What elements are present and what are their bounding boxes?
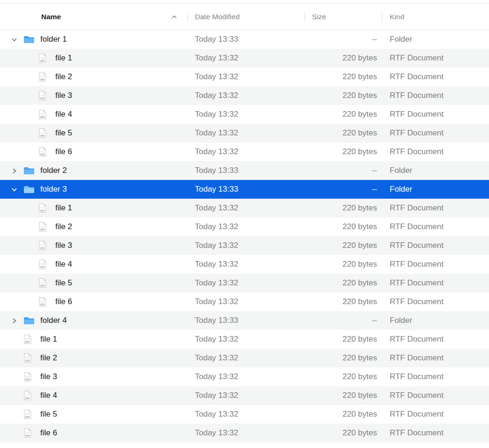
- item-date-modified: Today 13:33: [187, 35, 304, 44]
- disclosure-chevron-down-icon[interactable]: [7, 187, 23, 193]
- folder-icon: [23, 185, 39, 194]
- item-date-modified: Today 13:32: [187, 335, 304, 344]
- item-name: file 1: [55, 53, 72, 63]
- svg-text:RTF: RTF: [40, 266, 44, 269]
- name-cell: folder 2: [0, 166, 187, 175]
- table-row-file[interactable]: RTF file 3 Today 13:32 220 bytes RTF Doc…: [0, 367, 489, 386]
- item-size: 220 bytes: [304, 297, 382, 306]
- item-size: 220 bytes: [304, 241, 382, 250]
- svg-text:RTF: RTF: [40, 135, 44, 137]
- table-row-file[interactable]: RTF file 4 Today 13:32 220 bytes RTF Doc…: [0, 255, 489, 274]
- table-row-file[interactable]: RTF file 4 Today 13:32 220 bytes RTF Doc…: [0, 386, 489, 405]
- name-cell: folder 1: [0, 35, 187, 44]
- item-size: 220 bytes: [304, 91, 382, 100]
- item-kind: Folder: [382, 166, 489, 175]
- table-row-file[interactable]: RTF file 6 Today 13:32 220 bytes RTF Doc…: [0, 424, 489, 442]
- name-cell: RTF file 1: [0, 53, 187, 63]
- table-row-folder[interactable]: folder 4 Today 13:33 -- Folder: [0, 311, 489, 330]
- svg-text:RTF: RTF: [40, 116, 44, 119]
- table-row-file[interactable]: RTF file 6 Today 13:32 220 bytes RTF Doc…: [0, 292, 489, 311]
- table-row-folder[interactable]: folder 3 Today 13:33 -- Folder: [0, 180, 489, 199]
- name-cell: RTF file 3: [0, 240, 187, 251]
- item-kind: RTF Document: [382, 91, 489, 100]
- svg-text:RTF: RTF: [25, 379, 30, 381]
- disclosure-chevron-right-icon[interactable]: [7, 168, 23, 174]
- rtf-document-icon: RTF: [38, 72, 54, 82]
- item-name: file 2: [55, 72, 72, 82]
- table-row-file[interactable]: RTF file 1 Today 13:32 220 bytes RTF Doc…: [0, 330, 489, 349]
- rtf-document-icon: RTF: [23, 372, 39, 382]
- table-row-file[interactable]: RTF file 1 Today 13:32 220 bytes RTF Doc…: [0, 49, 489, 67]
- rtf-document-icon: RTF: [23, 390, 39, 401]
- table-row-file[interactable]: RTF file 5 Today 13:32 220 bytes RTF Doc…: [0, 274, 489, 292]
- name-cell: RTF file 6: [0, 428, 187, 438]
- name-cell: RTF file 1: [0, 203, 187, 213]
- table-row-file[interactable]: RTF file 5 Today 13:32 220 bytes RTF Doc…: [0, 124, 489, 142]
- item-date-modified: Today 13:32: [187, 391, 304, 400]
- table-row-file[interactable]: RTF file 4 Today 13:32 220 bytes RTF Doc…: [0, 105, 489, 124]
- svg-text:RTF: RTF: [25, 416, 30, 418]
- item-name: folder 4: [40, 316, 67, 325]
- item-name: file 6: [55, 147, 72, 157]
- table-row-folder[interactable]: folder 2 Today 13:33 -- Folder: [0, 161, 489, 180]
- item-date-modified: Today 13:32: [187, 353, 304, 363]
- disclosure-chevron-down-icon[interactable]: [7, 37, 23, 43]
- item-name: file 1: [55, 203, 72, 213]
- column-header-kind[interactable]: Kind: [382, 4, 489, 30]
- svg-text:RTF: RTF: [25, 397, 30, 400]
- item-size: 220 bytes: [304, 372, 382, 381]
- folder-icon: [23, 166, 39, 175]
- item-kind: RTF Document: [382, 353, 489, 363]
- item-kind: Folder: [382, 316, 489, 325]
- item-size: 220 bytes: [304, 222, 382, 231]
- item-date-modified: Today 13:32: [187, 91, 304, 100]
- item-date-modified: Today 13:33: [187, 185, 304, 194]
- column-header-date-modified[interactable]: Date Modified: [187, 4, 304, 30]
- column-header-size[interactable]: Size: [304, 4, 382, 30]
- item-kind: RTF Document: [382, 410, 489, 419]
- column-header-name-label: Name: [41, 13, 61, 21]
- table-row-file[interactable]: RTF file 2 Today 13:32 220 bytes RTF Doc…: [0, 217, 489, 236]
- table-row-folder[interactable]: folder 1 Today 13:33 -- Folder: [0, 30, 489, 49]
- item-kind: Folder: [382, 35, 489, 44]
- item-date-modified: Today 13:32: [187, 128, 304, 138]
- table-row-file[interactable]: RTF file 3 Today 13:32 220 bytes RTF Doc…: [0, 86, 489, 105]
- svg-text:RTF: RTF: [40, 60, 44, 62]
- name-cell: RTF file 5: [0, 278, 187, 288]
- rtf-document-icon: RTF: [38, 53, 54, 63]
- table-row-file[interactable]: RTF file 6 Today 13:32 220 bytes RTF Doc…: [0, 142, 489, 161]
- name-cell: RTF file 6: [0, 147, 187, 157]
- item-date-modified: Today 13:32: [187, 241, 304, 250]
- table-row-file[interactable]: RTF file 5 Today 13:32 220 bytes RTF Doc…: [0, 405, 489, 424]
- item-kind: RTF Document: [382, 241, 489, 250]
- item-name: file 6: [40, 428, 57, 438]
- item-size: 220 bytes: [304, 428, 382, 438]
- table-row-file[interactable]: RTF file 3 Today 13:32 220 bytes RTF Doc…: [0, 236, 489, 255]
- item-kind: Folder: [382, 185, 489, 194]
- table-row-file[interactable]: RTF file 1 Today 13:32 220 bytes RTF Doc…: [0, 199, 489, 217]
- table-row-file[interactable]: RTF file 2 Today 13:32 220 bytes RTF Doc…: [0, 67, 489, 86]
- disclosure-chevron-right-icon[interactable]: [7, 318, 23, 324]
- item-size: 220 bytes: [304, 203, 382, 213]
- svg-text:RTF: RTF: [25, 360, 30, 362]
- item-name: folder 3: [40, 185, 67, 194]
- name-cell: RTF file 4: [0, 390, 187, 401]
- name-cell: RTF file 2: [0, 222, 187, 232]
- table-row-file[interactable]: RTF file 2 Today 13:32 220 bytes RTF Doc…: [0, 349, 489, 367]
- svg-text:RTF: RTF: [40, 247, 44, 250]
- item-kind: RTF Document: [382, 278, 489, 288]
- item-name: folder 2: [40, 166, 67, 175]
- item-date-modified: Today 13:33: [187, 316, 304, 325]
- item-size: 220 bytes: [304, 353, 382, 363]
- column-header-name[interactable]: Name: [0, 4, 187, 30]
- item-date-modified: Today 13:32: [187, 110, 304, 119]
- name-cell: RTF file 2: [0, 353, 187, 363]
- item-kind: RTF Document: [382, 372, 489, 381]
- item-size: --: [304, 166, 382, 175]
- item-kind: RTF Document: [382, 428, 489, 438]
- item-date-modified: Today 13:32: [187, 297, 304, 306]
- item-size: 220 bytes: [304, 72, 382, 82]
- finder-list-view: Name Date Modified Size Kind folder 1 To…: [0, 0, 489, 442]
- name-cell: RTF file 3: [0, 90, 187, 101]
- svg-text:RTF: RTF: [40, 79, 44, 81]
